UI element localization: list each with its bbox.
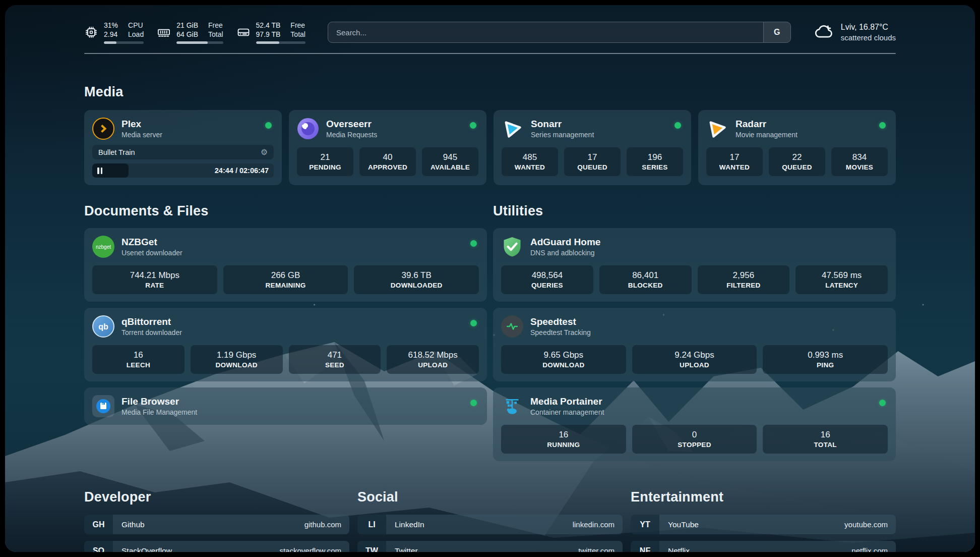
weather-condition: scattered clouds <box>841 32 896 43</box>
status-dot <box>675 122 681 129</box>
status-dot <box>265 122 272 129</box>
utilities-column: AdGuard Home DNS and adblocking 498,564 … <box>493 228 896 461</box>
cloud-icon <box>813 23 834 41</box>
ram-icon <box>157 25 171 39</box>
bookmark-url: github.com <box>304 520 341 529</box>
bookmark-stackoverflow[interactable]: SO StackOverflow stackoverflow.com <box>84 541 349 552</box>
stat-blocked: 86,401 BLOCKED <box>599 265 692 294</box>
stat-download: 9.65 Gbps DOWNLOAD <box>501 345 626 374</box>
search-input[interactable] <box>328 22 763 42</box>
stat-latency: 47.569 ms LATENCY <box>795 265 888 294</box>
status-dot <box>470 320 477 326</box>
stat-seed: 471 SEED <box>289 345 381 374</box>
card-subtitle: Media Requests <box>326 130 377 140</box>
bookmark-abbr: NF <box>631 541 659 552</box>
sonarr-icon <box>502 118 524 140</box>
service-card-portainer[interactable]: Media Portainer Container management 16 … <box>493 387 896 461</box>
card-title: Speedtest <box>530 316 591 328</box>
ram-progress-fill <box>176 41 208 44</box>
media-card-grid: Plex Media server Bullet Train ⚙ 24:44 /… <box>84 110 896 185</box>
entertainment-section: Entertainment YT YouTube youtube.com NF … <box>631 489 896 552</box>
disk-label-1: Free <box>290 21 305 30</box>
service-card-radarr[interactable]: Radarr Movie management 17 WANTED 22 QUE… <box>698 110 896 185</box>
bookmark-name: Netflix <box>668 546 690 552</box>
stat-wanted: 485 WANTED <box>502 147 558 176</box>
bookmark-url: youtube.com <box>844 520 888 529</box>
cpu-progress-bar <box>104 41 144 44</box>
bookmark-name: LinkedIn <box>395 520 424 529</box>
service-card-plex[interactable]: Plex Media server Bullet Train ⚙ 24:44 /… <box>84 110 282 185</box>
stat-ping: 0.993 ms PING <box>763 345 888 374</box>
top-bar: 31% 2.94 CPU Load <box>84 18 896 46</box>
bookmark-abbr: SO <box>84 541 113 552</box>
search-bar[interactable]: G <box>328 22 791 43</box>
section-title-entertainment: Entertainment <box>631 489 896 505</box>
stat-downloaded: 39.6 TB DOWNLOADED <box>354 265 479 294</box>
service-card-speedtest[interactable]: Speedtest Speedtest Tracking 9.65 Gbps D… <box>493 308 896 381</box>
service-card-nzbget[interactable]: nzbget NZBGet Usenet downloader 744.21 M… <box>84 228 487 302</box>
bookmark-url: twitter.com <box>578 546 615 552</box>
section-title-developer: Developer <box>84 489 349 505</box>
portainer-icon <box>501 395 523 417</box>
overseerr-icon <box>297 118 319 140</box>
disk-total-value: 97.9 TB <box>256 30 281 39</box>
playback-progress-bar[interactable]: 24:44 / 02:06:47 <box>92 163 274 178</box>
search-engine-button[interactable]: G <box>763 22 790 42</box>
bookmark-abbr: TW <box>357 541 386 552</box>
service-card-sonarr[interactable]: Sonarr Series management 485 WANTED 17 Q… <box>494 110 691 185</box>
bookmark-url: linkedin.com <box>573 520 615 529</box>
disk-progress-fill <box>256 41 279 44</box>
stat-upload: 9.24 Gbps UPLOAD <box>632 345 757 374</box>
ram-label-1: Free <box>208 21 223 30</box>
settings-gear-icon[interactable]: ⚙ <box>261 147 268 157</box>
stat-download: 1.19 Gbps DOWNLOAD <box>191 345 283 374</box>
stat-pending: 21 PENDING <box>297 147 353 176</box>
status-dot <box>470 122 476 129</box>
card-title: Plex <box>121 118 162 130</box>
now-playing-row: Bullet Train ⚙ <box>92 145 274 159</box>
status-dot <box>879 122 886 129</box>
card-subtitle: Container management <box>530 408 604 417</box>
weather-widget[interactable]: Lviv, 16.87°C scattered clouds <box>813 22 896 43</box>
plex-icon <box>92 118 114 140</box>
section-title-social: Social <box>357 489 623 505</box>
stat-leech: 16 LEECH <box>92 345 185 374</box>
social-section: Social LI LinkedIn linkedin.com TW Twitt… <box>357 489 623 552</box>
card-subtitle: Series management <box>531 130 594 140</box>
stat-available: 945 AVAILABLE <box>422 147 478 176</box>
service-card-qbittorrent[interactable]: qb qBittorrent Torrent downloader 16 LEE… <box>84 308 487 381</box>
bookmark-name: StackOverflow <box>121 546 172 552</box>
bookmark-linkedin[interactable]: LI LinkedIn linkedin.com <box>357 515 623 534</box>
pause-icon[interactable] <box>97 163 102 178</box>
card-subtitle: Usenet downloader <box>121 248 182 258</box>
stat-queued: 22 QUEUED <box>769 147 825 176</box>
card-subtitle: Media File Management <box>121 408 197 417</box>
header-divider <box>84 53 896 54</box>
stat-total: 16 TOTAL <box>763 425 888 454</box>
weather-location-temp: Lviv, 16.87°C <box>841 22 896 32</box>
service-card-filebrowser[interactable]: File Browser Media File Management <box>84 387 487 425</box>
cpu-usage-value: 31% <box>104 21 118 30</box>
adguard-icon <box>501 236 523 258</box>
playback-time: 24:44 / 02:06:47 <box>215 163 269 178</box>
disk-label-2: Total <box>290 30 305 39</box>
bookmark-netflix[interactable]: NF Netflix netflix.com <box>631 541 896 552</box>
bookmark-abbr: GH <box>84 515 113 534</box>
bookmark-twitter[interactable]: TW Twitter twitter.com <box>357 541 623 552</box>
card-title: NZBGet <box>121 236 182 248</box>
bookmark-youtube[interactable]: YT YouTube youtube.com <box>631 515 896 534</box>
service-card-overseerr[interactable]: Overseerr Media Requests 21 PENDING 40 A… <box>289 110 486 185</box>
svg-text:qb: qb <box>98 322 108 331</box>
documents-column: nzbget NZBGet Usenet downloader 744.21 M… <box>84 228 487 425</box>
now-playing-title: Bullet Train <box>98 148 135 156</box>
bookmark-github[interactable]: GH Github github.com <box>84 515 349 534</box>
cpu-label-1: CPU <box>128 21 144 30</box>
status-dot <box>879 400 886 406</box>
stat-running: 16 RUNNING <box>501 425 626 454</box>
service-card-adguard[interactable]: AdGuard Home DNS and adblocking 498,564 … <box>493 228 896 302</box>
card-title: File Browser <box>121 396 197 408</box>
stat-filtered: 2,956 FILTERED <box>698 265 790 294</box>
ram-progress-bar <box>176 41 223 44</box>
cpu-monitor: 31% 2.94 CPU Load <box>84 21 144 44</box>
stat-movies: 834 MOVIES <box>831 147 888 176</box>
